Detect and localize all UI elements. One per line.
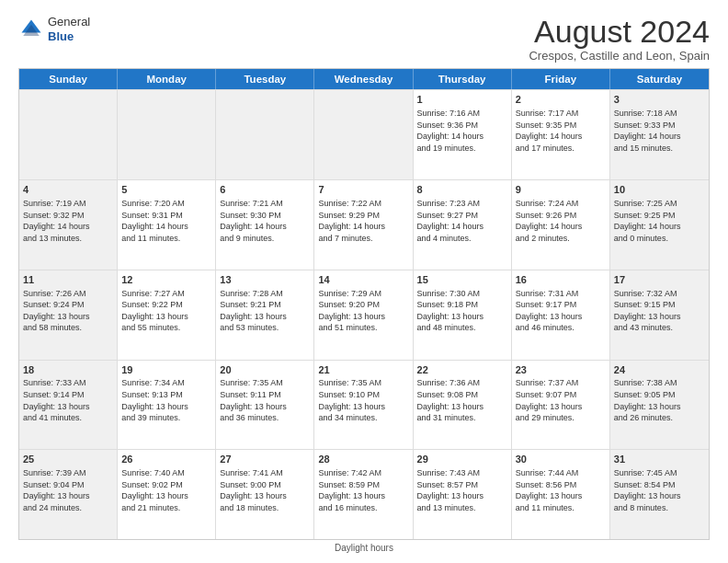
day-number: 15 [417,273,507,287]
cell-detail: Sunrise: 7:42 AM Sunset: 8:59 PM Dayligh… [318,467,408,513]
day-number: 18 [23,363,113,377]
header: General Blue August 2024 Crespos, Castil… [18,15,710,63]
day-number: 24 [614,363,705,377]
cell-detail: Sunrise: 7:35 AM Sunset: 9:11 PM Dayligh… [220,377,310,423]
cal-cell-18: 18Sunrise: 7:33 AM Sunset: 9:14 PM Dayli… [19,361,118,450]
cal-cell-empty [216,90,314,179]
cal-cell-28: 28Sunrise: 7:42 AM Sunset: 8:59 PM Dayli… [314,450,413,539]
cal-cell-6: 6Sunrise: 7:21 AM Sunset: 9:30 PM Daylig… [216,180,314,270]
calendar-body: 1Sunrise: 7:16 AM Sunset: 9:36 PM Daylig… [19,89,709,539]
day-of-week-friday: Friday [512,69,610,89]
cell-detail: Sunrise: 7:27 AM Sunset: 9:22 PM Dayligh… [121,288,211,334]
logo-blue-text: Blue [48,29,74,43]
day-number: 17 [614,273,705,287]
cell-detail: Sunrise: 7:17 AM Sunset: 9:35 PM Dayligh… [516,108,606,154]
day-of-week-tuesday: Tuesday [216,69,314,89]
cell-detail: Sunrise: 7:21 AM Sunset: 9:30 PM Dayligh… [220,198,310,244]
cell-detail: Sunrise: 7:16 AM Sunset: 9:36 PM Dayligh… [417,108,507,154]
cal-cell-23: 23Sunrise: 7:37 AM Sunset: 9:07 PM Dayli… [512,361,610,450]
day-number: 25 [23,453,113,466]
cal-cell-empty [19,90,118,179]
cell-detail: Sunrise: 7:39 AM Sunset: 9:04 PM Dayligh… [23,467,113,513]
day-number: 28 [318,453,408,466]
cal-cell-25: 25Sunrise: 7:39 AM Sunset: 9:04 PM Dayli… [19,450,118,539]
cal-cell-27: 27Sunrise: 7:41 AM Sunset: 9:00 PM Dayli… [216,450,314,539]
logo-general-text: General [48,15,90,29]
day-number: 11 [23,273,113,287]
cell-detail: Sunrise: 7:26 AM Sunset: 9:24 PM Dayligh… [23,288,113,334]
cell-detail: Sunrise: 7:19 AM Sunset: 9:32 PM Dayligh… [23,198,113,244]
calendar-row-4: 18Sunrise: 7:33 AM Sunset: 9:14 PM Dayli… [19,360,709,450]
cal-cell-12: 12Sunrise: 7:27 AM Sunset: 9:22 PM Dayli… [118,270,216,360]
cal-cell-empty [314,90,413,179]
day-number: 5 [121,183,211,197]
day-number: 13 [220,273,310,287]
cal-cell-empty [118,90,216,179]
cell-detail: Sunrise: 7:24 AM Sunset: 9:26 PM Dayligh… [516,198,606,244]
day-number: 1 [417,93,507,107]
cell-detail: Sunrise: 7:18 AM Sunset: 9:33 PM Dayligh… [614,108,705,154]
day-number: 26 [121,453,211,466]
cell-detail: Sunrise: 7:38 AM Sunset: 9:05 PM Dayligh… [614,377,705,423]
cal-cell-24: 24Sunrise: 7:38 AM Sunset: 9:05 PM Dayli… [610,361,709,450]
cell-detail: Sunrise: 7:45 AM Sunset: 8:54 PM Dayligh… [614,467,705,513]
footer-note: Daylight hours [18,540,710,554]
day-of-week-sunday: Sunday [19,69,118,89]
logo-icon [18,17,44,42]
calendar-row-5: 25Sunrise: 7:39 AM Sunset: 9:04 PM Dayli… [19,449,709,539]
cell-detail: Sunrise: 7:40 AM Sunset: 9:02 PM Dayligh… [121,467,211,513]
cal-cell-19: 19Sunrise: 7:34 AM Sunset: 9:13 PM Dayli… [118,361,216,450]
day-number: 8 [417,183,507,197]
day-number: 21 [318,363,408,377]
cell-detail: Sunrise: 7:22 AM Sunset: 9:29 PM Dayligh… [318,198,408,244]
cell-detail: Sunrise: 7:34 AM Sunset: 9:13 PM Dayligh… [121,377,211,423]
day-number: 29 [417,453,507,466]
cal-cell-2: 2Sunrise: 7:17 AM Sunset: 9:35 PM Daylig… [512,90,610,179]
cal-cell-20: 20Sunrise: 7:35 AM Sunset: 9:11 PM Dayli… [216,361,314,450]
day-of-week-monday: Monday [118,69,216,89]
cell-detail: Sunrise: 7:29 AM Sunset: 9:20 PM Dayligh… [318,288,408,334]
cell-detail: Sunrise: 7:35 AM Sunset: 9:10 PM Dayligh… [318,377,408,423]
cell-detail: Sunrise: 7:23 AM Sunset: 9:27 PM Dayligh… [417,198,507,244]
cal-cell-26: 26Sunrise: 7:40 AM Sunset: 9:02 PM Dayli… [118,450,216,539]
cell-detail: Sunrise: 7:32 AM Sunset: 9:15 PM Dayligh… [614,288,705,334]
day-number: 22 [417,363,507,377]
cal-cell-14: 14Sunrise: 7:29 AM Sunset: 9:20 PM Dayli… [314,270,413,360]
cal-cell-21: 21Sunrise: 7:35 AM Sunset: 9:10 PM Dayli… [314,361,413,450]
cal-cell-1: 1Sunrise: 7:16 AM Sunset: 9:36 PM Daylig… [414,90,512,179]
day-of-week-thursday: Thursday [414,69,512,89]
calendar-header: SundayMondayTuesdayWednesdayThursdayFrid… [19,69,709,89]
day-of-week-wednesday: Wednesday [314,69,413,89]
cell-detail: Sunrise: 7:28 AM Sunset: 9:21 PM Dayligh… [220,288,310,334]
day-number: 19 [121,363,211,377]
calendar-row-3: 11Sunrise: 7:26 AM Sunset: 9:24 PM Dayli… [19,270,709,360]
cal-cell-31: 31Sunrise: 7:45 AM Sunset: 8:54 PM Dayli… [610,450,709,539]
calendar-row-2: 4Sunrise: 7:19 AM Sunset: 9:32 PM Daylig… [19,179,709,270]
cal-cell-16: 16Sunrise: 7:31 AM Sunset: 9:17 PM Dayli… [512,270,610,360]
location: Crespos, Castille and Leon, Spain [529,49,710,63]
cell-detail: Sunrise: 7:31 AM Sunset: 9:17 PM Dayligh… [516,288,606,334]
cal-cell-30: 30Sunrise: 7:44 AM Sunset: 8:56 PM Dayli… [512,450,610,539]
logo: General Blue [18,15,90,43]
cell-detail: Sunrise: 7:43 AM Sunset: 8:57 PM Dayligh… [417,467,507,513]
cell-detail: Sunrise: 7:30 AM Sunset: 9:18 PM Dayligh… [417,288,507,334]
day-number: 10 [614,183,705,197]
day-number: 23 [516,363,606,377]
cal-cell-11: 11Sunrise: 7:26 AM Sunset: 9:24 PM Dayli… [19,270,118,360]
day-number: 9 [516,183,606,197]
cal-cell-8: 8Sunrise: 7:23 AM Sunset: 9:27 PM Daylig… [414,180,512,270]
cal-cell-22: 22Sunrise: 7:36 AM Sunset: 9:08 PM Dayli… [414,361,512,450]
cal-cell-13: 13Sunrise: 7:28 AM Sunset: 9:21 PM Dayli… [216,270,314,360]
day-number: 7 [318,183,408,197]
day-number: 2 [516,93,606,107]
cal-cell-15: 15Sunrise: 7:30 AM Sunset: 9:18 PM Dayli… [414,270,512,360]
day-of-week-saturday: Saturday [610,69,709,89]
title-block: August 2024 Crespos, Castille and Leon, … [529,15,710,63]
day-number: 31 [614,453,705,466]
cal-cell-4: 4Sunrise: 7:19 AM Sunset: 9:32 PM Daylig… [19,180,118,270]
cal-cell-3: 3Sunrise: 7:18 AM Sunset: 9:33 PM Daylig… [610,90,709,179]
cal-cell-9: 9Sunrise: 7:24 AM Sunset: 9:26 PM Daylig… [512,180,610,270]
cal-cell-10: 10Sunrise: 7:25 AM Sunset: 9:25 PM Dayli… [610,180,709,270]
calendar-row-1: 1Sunrise: 7:16 AM Sunset: 9:36 PM Daylig… [19,89,709,179]
day-number: 20 [220,363,310,377]
